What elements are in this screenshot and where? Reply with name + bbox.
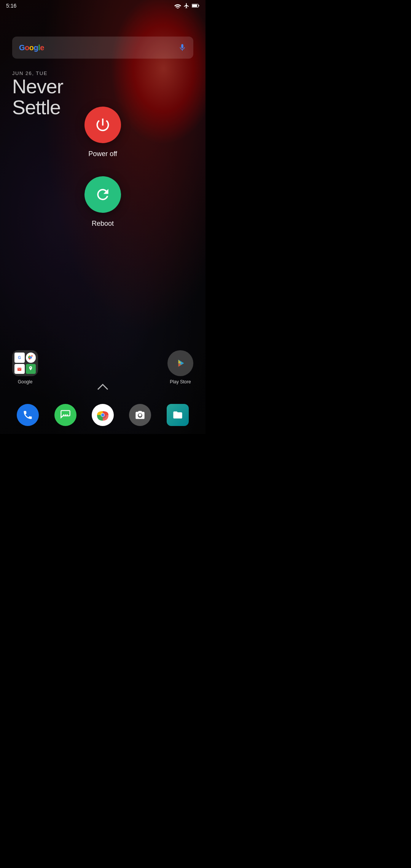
reboot-button[interactable] xyxy=(84,176,121,213)
power-menu: Power off Reboot xyxy=(0,107,206,228)
dock-messages[interactable] xyxy=(54,404,76,426)
play-store-app[interactable]: Play Store xyxy=(167,350,193,385)
google-folder-label: Google xyxy=(18,379,33,385)
power-off-label: Power off xyxy=(88,150,117,158)
mic-icon[interactable] xyxy=(178,43,186,52)
status-bar: 5:16 xyxy=(0,0,206,11)
reboot-icon xyxy=(94,186,111,203)
dock xyxy=(0,396,206,434)
date-line1: Never xyxy=(12,76,63,97)
power-off-button[interactable] xyxy=(84,107,121,143)
status-icons xyxy=(174,3,199,9)
power-off-icon xyxy=(94,116,111,133)
status-time: 5:16 xyxy=(6,3,16,9)
google-folder[interactable]: G Google xyxy=(12,350,38,385)
wifi-icon xyxy=(174,3,181,8)
power-off-item[interactable]: Power off xyxy=(84,107,121,158)
reboot-item[interactable]: Reboot xyxy=(84,176,121,228)
dock-chrome[interactable] xyxy=(92,404,114,426)
play-store-icon[interactable] xyxy=(167,350,193,376)
dock-camera[interactable] xyxy=(129,404,151,426)
dock-files[interactable] xyxy=(167,404,189,426)
dock-phone[interactable] xyxy=(17,404,39,426)
app-grid: G Google Play Store xyxy=(0,350,206,385)
reboot-label: Reboot xyxy=(92,220,114,228)
google-logo: Google xyxy=(19,43,44,52)
play-triangle-icon xyxy=(174,357,186,369)
google-search-bar[interactable]: Google xyxy=(12,37,193,59)
battery-icon xyxy=(192,3,199,8)
svg-rect-1 xyxy=(192,5,197,7)
svg-point-9 xyxy=(101,413,104,416)
google-cluster-icon[interactable]: G xyxy=(12,350,38,376)
svg-rect-2 xyxy=(198,5,199,6)
svg-point-3 xyxy=(30,356,32,359)
airplane-icon xyxy=(183,3,190,9)
app-drawer-arrow[interactable] xyxy=(97,384,108,392)
play-store-label: Play Store xyxy=(170,379,191,385)
